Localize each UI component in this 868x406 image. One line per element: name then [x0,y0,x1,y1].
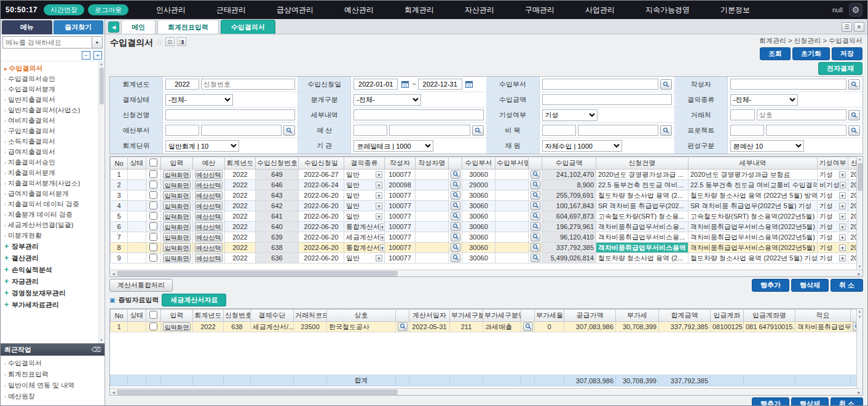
dropdown-icon[interactable]: ▼ [376,182,382,189]
income-cell-s1[interactable] [449,222,462,232]
tab-back-icon[interactable]: ◀ [108,21,119,33]
income-grid-vscrollbar[interactable]: ▲ ▼ [856,157,862,270]
dropdown-icon[interactable]: ▼ [380,234,385,241]
income-cell-year[interactable]: 2022 [225,243,256,253]
recent-task-item[interactable]: ›예산원장 [4,391,102,402]
income-cell-writer[interactable]: 100077 [385,190,416,201]
income-cell-dept_name[interactable] [495,222,529,232]
evidence-cell-vat_code[interactable]: 211 [450,322,483,332]
evidence-col-note[interactable]: 적요 [795,310,851,322]
income-col-budget_btn[interactable]: 예산 [193,157,225,170]
search-icon[interactable] [531,212,540,221]
income-cell-year[interactable]: 2022 [225,180,256,190]
income-cell-input_btn[interactable]: 입력화면 [161,190,193,201]
formation-select[interactable]: 본예산 10 [730,140,804,152]
income-cell-s2[interactable] [529,243,542,253]
row-checkbox[interactable] [149,243,157,251]
income-cell-year[interactable]: 2022 [225,170,256,180]
journal-type-select[interactable]: -전체- [353,94,421,106]
income-cell-s2[interactable] [529,170,542,180]
evidence-cell-vendor_name[interactable]: 한국철도공사 [327,322,396,332]
cancel-button[interactable]: 취 소 [831,397,863,406]
search-icon[interactable] [531,201,540,210]
income-cell-s1[interactable] [449,170,462,180]
income-cell-detail[interactable]: 객차비품취급업무서비스용역(2022년5월) 기성 [688,243,818,253]
income-cell-no[interactable]: 4 [111,201,128,211]
income-cell-kind[interactable]: 일반▼ [344,211,385,222]
evidence-cell-pay_method[interactable]: 세금계산서/... [251,322,294,332]
income-col-dept_name[interactable]: 수입부서명 [495,157,529,170]
budget-btn[interactable]: 예산선택 [195,170,223,179]
income-cell-year[interactable]: 2022 [225,253,256,264]
income-cell-writer[interactable]: 100077 [385,243,416,253]
evidence-cell-vendor_code[interactable]: 23500 [294,322,327,332]
evidence-col-vat_code[interactable]: 부가세구분 [450,310,483,322]
income-cell-req_date[interactable]: 2022-06-20 [299,232,344,243]
vendor-name-input[interactable] [757,109,846,120]
income-cell-dept_name[interactable] [495,211,529,222]
dropdown-icon[interactable]: ▼ [380,224,385,230]
expand-plus-icon[interactable]: + [4,300,9,309]
evidence-col-s3[interactable] [851,310,857,322]
budget-code-input[interactable] [353,125,387,136]
income-cell-check[interactable] [146,211,161,222]
income-cell-dept_name[interactable] [495,253,529,264]
income-cell-acct_date[interactable]: 2022-06-20 [848,253,857,264]
evidence-col-supply_amount[interactable]: 공급가액 [564,310,616,322]
evidence-cell-s1[interactable] [396,322,409,332]
scroll-thumb[interactable] [858,163,862,191]
income-cell-writer[interactable]: 200098 [385,180,416,190]
income-cell-title[interactable]: SR 객차비품 취급업무(202... [596,201,688,211]
capture-icon[interactable]: ◨ [177,37,186,46]
income-grid-scroll[interactable]: No상태입력예산회계년도수입신청번호수입신청일결의종류작성자작성자명수입부서수입… [110,157,856,270]
income-cell-status[interactable] [128,170,146,180]
budget-btn[interactable]: 예산선택 [195,233,223,241]
income-cell-writer_name[interactable] [416,180,449,190]
tab-main[interactable]: 메인 [121,20,156,34]
scroll-right-icon[interactable]: ▶ [856,390,862,394]
input-btn[interactable]: 입력화면 [163,170,191,179]
query-button[interactable]: 조회 [760,47,791,60]
income-cell-dept_name[interactable] [495,243,529,253]
topmenu-item[interactable]: 사업관리 [570,5,630,15]
kind-select[interactable]: 일반▼ [346,170,382,179]
add-row-button[interactable]: 행추가 [752,279,789,292]
income-cell-writer[interactable]: 100077 [385,211,416,222]
input-btn[interactable]: 입력화면 [163,322,191,331]
expand-plus-icon[interactable]: + [4,277,9,286]
search-icon[interactable] [283,125,295,136]
gear-icon[interactable]: ⚙ [849,3,862,17]
income-cell-done[interactable]: 기성▼ [818,253,848,264]
done-select[interactable]: 기성▼ [819,222,846,232]
income-cell-detail[interactable]: 객차비품취급업무서비스용역(2022년5월) 기성 [688,222,818,232]
dropdown-icon[interactable]: ▼ [839,234,846,241]
income-cell-amount[interactable]: 604,697,873 [542,211,596,222]
topmenu-item[interactable]: 회계관리 [389,5,449,15]
search-icon[interactable] [531,254,540,262]
scroll-thumb[interactable] [117,389,398,395]
income-cell-req_no[interactable]: 641 [256,211,299,222]
scroll-up-icon[interactable]: ▲ [100,61,103,67]
evidence-cell-no[interactable]: 1 [111,322,128,332]
writer-input[interactable] [730,79,846,90]
income-cell-input_btn[interactable]: 입력화면 [161,243,193,253]
income-cell-year[interactable]: 2022 [225,201,256,211]
kind-select[interactable]: 일반▼ [346,212,382,221]
income-cell-budget_btn[interactable]: 예산선택 [193,222,225,232]
project-name-input[interactable] [766,125,846,136]
calendar-icon[interactable] [400,79,410,90]
kind-select[interactable]: 세금계산서▼ [346,233,382,242]
income-cell-budget_btn[interactable]: 예산선택 [193,253,225,264]
income-cell-writer_name[interactable] [416,170,449,180]
search-icon[interactable] [848,79,860,90]
search-icon[interactable] [451,181,460,189]
sidebar-item[interactable]: ›지출결의서분개 [4,168,97,178]
income-dept-input[interactable] [542,79,658,90]
scroll-thumb[interactable] [100,68,104,104]
collapse-all-button[interactable]: − [82,51,90,60]
income-cell-acct_date[interactable]: 2022-06-20 [848,232,857,243]
clear-recent-icon[interactable]: ⌫ [91,346,101,354]
budget-btn[interactable]: 예산선택 [195,243,223,252]
income-cell-s2[interactable] [529,232,542,243]
budget-btn[interactable]: 예산선택 [195,191,223,200]
